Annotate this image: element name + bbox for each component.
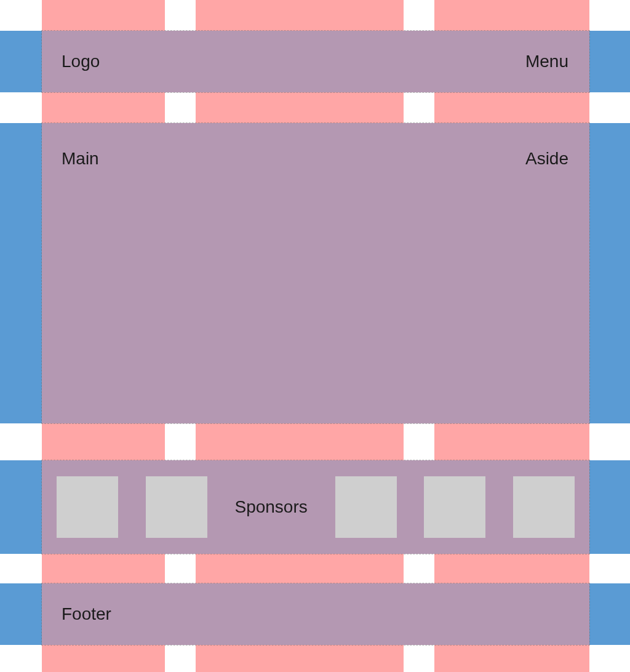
sponsor-box	[57, 476, 118, 538]
main-label: Main	[62, 149, 99, 169]
sponsors-label: Sponsors	[234, 497, 307, 517]
sponsor-box	[513, 476, 575, 538]
sponsor-box	[146, 476, 207, 538]
sponsor-box	[335, 476, 397, 538]
sponsors-list: Sponsors	[42, 476, 589, 538]
footer-row: Footer	[0, 583, 630, 645]
sponsors-row: Sponsors	[0, 460, 630, 554]
sponsor-box	[424, 476, 485, 538]
footer-region	[42, 583, 589, 645]
header-row: Logo Menu	[0, 31, 630, 92]
header-region	[42, 31, 589, 92]
footer-label: Footer	[62, 604, 111, 624]
logo-label: Logo	[62, 52, 100, 71]
aside-label: Aside	[525, 149, 568, 169]
main-region	[42, 123, 589, 423]
main-row: Main Aside	[0, 123, 630, 423]
menu-label: Menu	[525, 52, 568, 71]
